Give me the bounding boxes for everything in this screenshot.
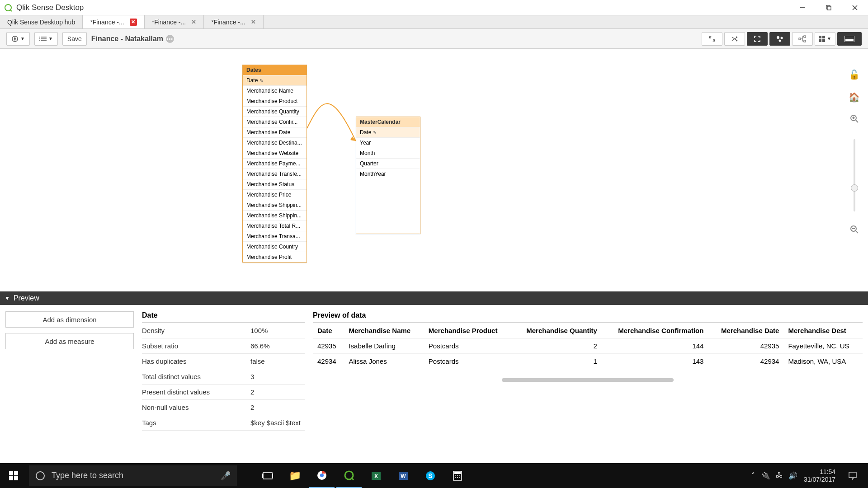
zoom-in-icon[interactable] xyxy=(850,114,859,126)
table-field[interactable]: Merchandise Total R... xyxy=(243,221,307,231)
zoom-thumb[interactable] xyxy=(851,184,858,192)
table-field[interactable]: Month xyxy=(356,148,420,158)
svg-point-11 xyxy=(39,37,40,38)
volume-icon[interactable]: 🔊 xyxy=(788,471,797,480)
col-header[interactable]: Merchandise Confirmation xyxy=(602,323,708,338)
taskbar-app-chrome[interactable] xyxy=(309,463,335,488)
table-field[interactable]: Merchandise Confir... xyxy=(243,117,307,127)
start-button[interactable] xyxy=(0,471,27,480)
tab-close-icon[interactable]: ✕ xyxy=(251,19,256,25)
table-field[interactable]: MonthYear xyxy=(356,169,420,179)
col-header[interactable]: Merchandise Date xyxy=(708,323,783,338)
table-field[interactable]: Merchandise Website xyxy=(243,148,307,158)
tab-hub[interactable]: Qlik Sense Desktop hub xyxy=(0,15,83,28)
task-view-button[interactable] xyxy=(255,463,280,488)
table-field[interactable]: Merchandise Status xyxy=(243,179,307,189)
taskbar-app-skype[interactable]: S xyxy=(418,463,443,488)
table-field-key[interactable]: Date✎ xyxy=(243,75,307,85)
table-field[interactable]: Merchandise Destina... xyxy=(243,137,307,148)
grid-view-button[interactable]: ▼ xyxy=(815,32,835,46)
network-icon[interactable]: 🖧 xyxy=(776,471,783,480)
more-options-icon[interactable]: ••• xyxy=(166,35,174,43)
svg-rect-34 xyxy=(9,471,13,475)
action-center-button[interactable] xyxy=(842,463,863,488)
taskbar-search[interactable]: Type here to search 🎤 xyxy=(29,465,237,486)
skype-icon: S xyxy=(425,470,436,481)
col-header[interactable]: Merchandise Name xyxy=(344,323,424,338)
window-title-bar: Qlik Sense Desktop xyxy=(0,0,868,15)
table-row[interactable]: 42934 Alissa Jones Postcards 1 143 42934… xyxy=(313,354,863,369)
table-field-key[interactable]: Date✎ xyxy=(356,127,420,137)
table-card-mastercalendar[interactable]: MasterCalendar Date✎ Year Month Quarter … xyxy=(356,117,420,234)
svg-point-14 xyxy=(777,36,779,39)
battery-icon[interactable]: 🔌 xyxy=(761,471,770,480)
microphone-icon[interactable]: 🎤 xyxy=(221,471,231,481)
table-field[interactable]: Merchandise Profit xyxy=(243,252,307,262)
zoom-out-icon[interactable] xyxy=(850,225,859,236)
shuffle-button[interactable] xyxy=(724,32,745,46)
list-menu-button[interactable]: ▼ xyxy=(34,32,58,46)
add-as-dimension-button[interactable]: Add as dimension xyxy=(5,311,134,328)
table-field[interactable]: Merchandise Transfe... xyxy=(243,169,307,179)
app-title: Finance - Natakallam ••• xyxy=(91,35,174,43)
tab-close-icon[interactable]: ✕ xyxy=(130,19,137,26)
table-field[interactable]: Merchandise Product xyxy=(243,96,307,106)
table-field[interactable]: Merchandise Quantity xyxy=(243,106,307,117)
tab-finance-1[interactable]: *Finance -... ✕ xyxy=(83,15,144,28)
svg-point-57 xyxy=(455,477,456,478)
svg-rect-18 xyxy=(804,36,806,38)
nav-menu-button[interactable]: ▼ xyxy=(6,32,30,46)
col-header[interactable]: Merchandise Quantity xyxy=(512,323,602,338)
tab-close-icon[interactable]: ✕ xyxy=(191,19,196,25)
lock-icon[interactable]: 🔓 xyxy=(849,69,860,80)
taskbar-app-excel[interactable]: X xyxy=(363,463,389,488)
taskbar-clock[interactable]: 11:54 31/07/2017 xyxy=(804,468,835,483)
tab-finance-2[interactable]: *Finance -... ✕ xyxy=(145,15,204,28)
window-maximize-button[interactable] xyxy=(816,0,842,15)
table-field[interactable]: Merchandise Date xyxy=(243,127,307,137)
col-header[interactable]: Merchandise Product xyxy=(424,323,512,338)
tab-finance-3[interactable]: *Finance -... ✕ xyxy=(204,15,263,28)
table-field[interactable]: Merchandise Shippin... xyxy=(243,200,307,210)
table-field[interactable]: Merchandise Payme... xyxy=(243,158,307,169)
tray-expand-icon[interactable]: ˄ xyxy=(751,471,755,480)
key-icon: ✎ xyxy=(373,130,377,135)
chevron-down-icon: ▼ xyxy=(827,36,831,41)
table-card-dates[interactable]: Dates Date✎ Merchandise Name Merchandise… xyxy=(242,65,307,263)
table-field[interactable]: Year xyxy=(356,137,420,148)
table-field[interactable]: Merchandise Name xyxy=(243,85,307,96)
add-as-measure-button[interactable]: Add as measure xyxy=(5,333,134,349)
window-minimize-button[interactable] xyxy=(789,0,816,15)
main-toolbar: ▼ ▼ Save Finance - Natakallam ••• ▼ xyxy=(0,29,868,49)
taskbar-app-explorer[interactable]: 📁 xyxy=(282,463,307,488)
home-icon[interactable]: 🏠 xyxy=(849,92,860,103)
taskbar-app-word[interactable]: W xyxy=(391,463,416,488)
table-field[interactable]: Merchandise Price xyxy=(243,189,307,200)
expand-icon xyxy=(754,35,761,42)
expand-view-button[interactable] xyxy=(747,32,768,46)
collapse-triangle-icon: ▼ xyxy=(5,295,10,301)
data-model-canvas[interactable]: Dates Date✎ Merchandise Name Merchandise… xyxy=(0,49,868,291)
panel-toggle-button[interactable] xyxy=(837,32,862,46)
preview-panel: Add as dimension Add as measure Date Den… xyxy=(0,305,868,463)
taskbar-app-calculator[interactable] xyxy=(445,463,470,488)
table-field[interactable]: Merchandise Shippin... xyxy=(243,210,307,221)
zoom-slider[interactable] xyxy=(854,139,855,211)
taskbar-app-qlik[interactable] xyxy=(336,463,362,488)
window-close-button[interactable] xyxy=(842,0,868,15)
tree-view-button[interactable] xyxy=(792,32,813,46)
table-field[interactable]: Merchandise Transa... xyxy=(243,231,307,241)
save-button[interactable]: Save xyxy=(62,32,87,46)
table-field[interactable]: Quarter xyxy=(356,158,420,169)
col-header[interactable]: Date xyxy=(313,323,344,338)
bubble-view-button[interactable] xyxy=(769,32,790,46)
table-row[interactable]: 42935 Isabelle Darling Postcards 2 144 4… xyxy=(313,338,863,354)
preview-panel-header[interactable]: ▼ Preview xyxy=(0,291,868,305)
table-field[interactable]: Merchandise Country xyxy=(243,241,307,252)
app-tabs: Qlik Sense Desktop hub *Finance -... ✕ *… xyxy=(0,15,868,29)
col-header[interactable]: Merchandise Dest xyxy=(783,323,863,338)
horizontal-scrollbar[interactable] xyxy=(502,378,674,382)
table-header: Dates xyxy=(243,65,307,75)
table-header: MasterCalendar xyxy=(356,117,420,127)
collapse-view-button[interactable] xyxy=(702,32,722,46)
